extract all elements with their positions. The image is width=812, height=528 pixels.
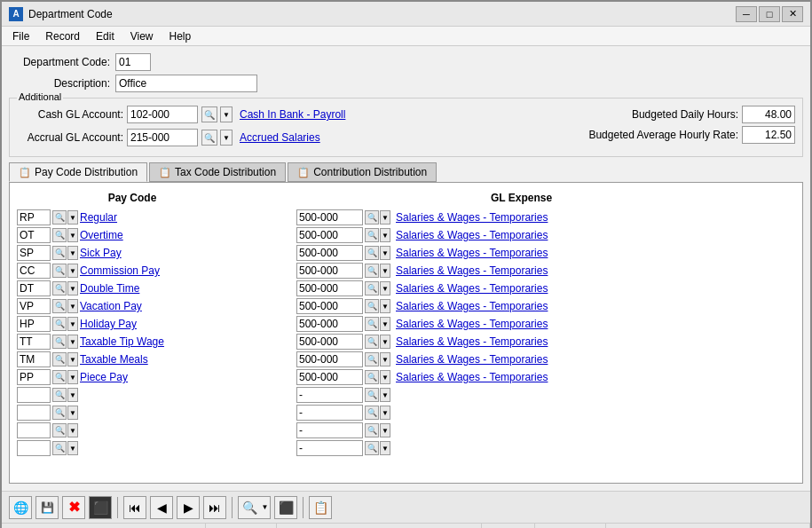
pay-code-search-btn[interactable]: 🔍 [52, 370, 67, 384]
pay-code-input[interactable] [17, 227, 51, 243]
gl-exp-dropdown-btn[interactable]: ▼ [380, 317, 390, 331]
toolbar-delete-btn[interactable]: ✖ [62, 496, 85, 519]
toolbar-last-btn[interactable]: ⏭ [203, 496, 226, 519]
gl-exp-input[interactable] [296, 298, 363, 314]
gl-exp-link[interactable]: Salaries & Wages - Temporaries [396, 211, 548, 224]
pay-code-search-btn[interactable]: 🔍 [52, 423, 67, 437]
budgeted-daily-input[interactable] [742, 106, 795, 123]
gl-exp-search-btn[interactable]: 🔍 [365, 370, 379, 384]
description-input[interactable] [115, 75, 257, 92]
toolbar-prev-btn[interactable]: ◀ [150, 496, 173, 519]
pay-code-input[interactable] [17, 245, 51, 261]
accrual-gl-dropdown-btn[interactable]: ▼ [220, 130, 233, 146]
gl-exp-link[interactable]: Salaries & Wages - Temporaries [396, 264, 548, 277]
pay-code-dropdown-btn[interactable]: ▼ [67, 423, 78, 437]
gl-exp-search-btn[interactable]: 🔍 [365, 210, 379, 225]
pay-name-link[interactable]: Overtime [80, 229, 186, 241]
pay-code-input[interactable] [17, 369, 51, 385]
pay-code-search-btn[interactable]: 🔍 [52, 317, 67, 331]
pay-code-input[interactable] [17, 405, 51, 421]
pay-code-search-btn[interactable]: 🔍 [52, 441, 67, 455]
accrual-gl-input[interactable] [127, 129, 198, 146]
pay-name-link[interactable]: Sick Pay [80, 247, 186, 259]
tab-contribution-distribution[interactable]: 📋 Contribution Distribution [288, 162, 437, 182]
gl-exp-dropdown-btn[interactable]: ▼ [380, 388, 390, 402]
toolbar-save-btn[interactable]: 💾 [35, 496, 59, 519]
pay-code-search-btn[interactable]: 🔍 [52, 352, 67, 366]
gl-exp-link[interactable]: Salaries & Wages - Temporaries [396, 300, 548, 312]
pay-code-dropdown-btn[interactable]: ▼ [67, 299, 78, 313]
menu-edit[interactable]: Edit [89, 28, 122, 44]
gl-exp-search-btn[interactable]: 🔍 [365, 388, 379, 402]
pay-code-dropdown-btn[interactable]: ▼ [67, 370, 78, 384]
pay-code-input[interactable] [17, 422, 51, 438]
toolbar-bino-dropdown[interactable]: ▼ [260, 496, 271, 519]
gl-exp-input[interactable] [296, 245, 363, 261]
menu-file[interactable]: File [5, 28, 36, 44]
gl-exp-input[interactable] [296, 387, 363, 403]
pay-code-dropdown-btn[interactable]: ▼ [67, 335, 78, 349]
toolbar-first-btn[interactable]: ⏮ [123, 496, 146, 519]
gl-exp-link[interactable]: Salaries & Wages - Temporaries [396, 335, 548, 348]
pay-name-link[interactable]: Commission Pay [80, 264, 186, 277]
pay-code-input[interactable] [17, 280, 51, 296]
gl-exp-search-btn[interactable]: 🔍 [365, 264, 379, 278]
gl-exp-search-btn[interactable]: 🔍 [365, 423, 379, 437]
gl-exp-search-btn[interactable]: 🔍 [365, 317, 379, 331]
toolbar-stop-btn[interactable]: ⬛ [89, 496, 112, 519]
gl-exp-dropdown-btn[interactable]: ▼ [380, 264, 390, 278]
menu-view[interactable]: View [123, 28, 161, 44]
pay-name-link[interactable]: Holiday Pay [80, 318, 186, 330]
pay-code-dropdown-btn[interactable]: ▼ [67, 228, 78, 242]
gl-exp-link[interactable]: Salaries & Wages - Temporaries [396, 318, 548, 330]
cash-gl-input[interactable] [127, 106, 198, 123]
tab-pay-code-distribution[interactable]: 📋 Pay Code Distribution [9, 162, 147, 182]
cash-gl-link[interactable]: Cash In Bank - Payroll [240, 108, 345, 121]
pay-code-input[interactable] [17, 298, 51, 314]
pay-code-search-btn[interactable]: 🔍 [52, 406, 67, 420]
pay-code-dropdown-btn[interactable]: ▼ [67, 441, 78, 455]
pay-code-input[interactable] [17, 334, 51, 350]
pay-code-search-btn[interactable]: 🔍 [52, 246, 67, 260]
gl-exp-search-btn[interactable]: 🔍 [365, 246, 379, 260]
gl-exp-input[interactable] [296, 209, 363, 225]
maximize-button[interactable]: □ [759, 6, 780, 22]
pay-code-search-btn[interactable]: 🔍 [52, 335, 67, 349]
budgeted-avg-input[interactable] [742, 126, 795, 144]
gl-exp-link[interactable]: Salaries & Wages - Temporaries [396, 371, 548, 383]
gl-exp-dropdown-btn[interactable]: ▼ [380, 352, 390, 366]
pay-code-input[interactable] [17, 351, 51, 367]
pay-code-search-btn[interactable]: 🔍 [52, 299, 67, 313]
pay-code-dropdown-btn[interactable]: ▼ [67, 210, 78, 225]
gl-exp-dropdown-btn[interactable]: ▼ [380, 210, 390, 225]
pay-name-link[interactable]: Double Time [80, 282, 186, 295]
gl-exp-dropdown-btn[interactable]: ▼ [380, 335, 390, 349]
gl-exp-search-btn[interactable]: 🔍 [365, 352, 379, 366]
cash-gl-search-btn[interactable]: 🔍 [201, 106, 217, 122]
gl-exp-dropdown-btn[interactable]: ▼ [380, 423, 390, 437]
gl-exp-dropdown-btn[interactable]: ▼ [380, 281, 390, 296]
gl-exp-link[interactable]: Salaries & Wages - Temporaries [396, 353, 548, 366]
cash-gl-dropdown-btn[interactable]: ▼ [220, 106, 233, 122]
gl-exp-dropdown-btn[interactable]: ▼ [380, 228, 390, 242]
gl-exp-input[interactable] [296, 351, 363, 367]
accrual-gl-link[interactable]: Accrued Salaries [240, 131, 320, 144]
pay-code-input[interactable] [17, 387, 51, 403]
pay-code-search-btn[interactable]: 🔍 [52, 210, 67, 225]
toolbar-bino-btn[interactable]: 🔍 [238, 496, 261, 519]
gl-exp-input[interactable] [296, 334, 363, 350]
gl-exp-search-btn[interactable]: 🔍 [365, 299, 379, 313]
pay-code-input[interactable] [17, 316, 51, 332]
gl-exp-input[interactable] [296, 263, 363, 279]
gl-exp-input[interactable] [296, 369, 363, 385]
pay-code-dropdown-btn[interactable]: ▼ [67, 246, 78, 260]
gl-exp-input[interactable] [296, 405, 363, 421]
pay-code-search-btn[interactable]: 🔍 [52, 264, 67, 278]
gl-exp-link[interactable]: Salaries & Wages - Temporaries [396, 282, 548, 295]
gl-exp-dropdown-btn[interactable]: ▼ [380, 406, 390, 420]
pay-code-dropdown-btn[interactable]: ▼ [67, 406, 78, 420]
gl-exp-input[interactable] [296, 422, 363, 438]
gl-exp-link[interactable]: Salaries & Wages - Temporaries [396, 229, 548, 241]
pay-name-link[interactable]: Piece Pay [80, 371, 186, 383]
toolbar-notes-btn[interactable]: 📋 [309, 496, 332, 519]
